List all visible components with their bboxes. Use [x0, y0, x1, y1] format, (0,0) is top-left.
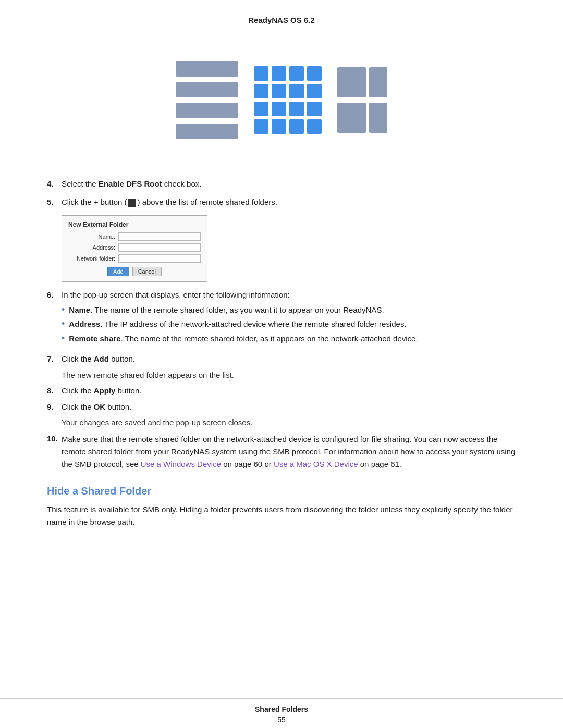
footer-page: 55 [0, 715, 563, 724]
step-4: 4. Select the Enable DFS Root check box. [47, 178, 516, 190]
blue-cell [307, 84, 322, 98]
step-8-num: 8. [47, 385, 62, 397]
step-9-content: Click the OK button. [62, 401, 516, 413]
step-10-num: 10. [47, 433, 62, 471]
dialog-label-networkfolder: Network folder: [68, 255, 115, 262]
dialog-add-button[interactable]: Add [107, 267, 129, 276]
step-5-content: Click the + button () above the list of … [62, 196, 516, 208]
dialog-input-address[interactable] [118, 243, 201, 252]
gray-bar-2 [176, 82, 238, 97]
bullet-name: • Name. The name of the remote shared fo… [62, 304, 516, 316]
gray-bar-4 [176, 124, 238, 139]
step-9-sub: Your changes are saved and the pop-up sc… [62, 417, 516, 429]
bullet-dot-2: • [62, 318, 65, 330]
page-wrapper: ReadyNAS OS 6.2 [47, 0, 516, 560]
blue-cell [307, 119, 322, 134]
right-pair-top [337, 67, 387, 97]
step-7: 7. Click the Add button. [47, 353, 516, 365]
step-7-bold: Add [94, 354, 109, 363]
blue-cell [307, 102, 322, 116]
page-title: ReadyNAS OS 6.2 [248, 16, 315, 24]
step-6: 6. In the pop-up screen that displays, e… [47, 289, 516, 347]
bullet-remoteshare-text: Remote share. The name of the remote sha… [69, 333, 418, 345]
bullet-remoteshare: • Remote share. The name of the remote s… [62, 333, 516, 345]
dialog-field-name: Name: [68, 232, 201, 241]
blue-cell [289, 119, 304, 134]
blue-cell [254, 102, 268, 116]
section-heading: Hide a Shared Folder [47, 485, 516, 497]
link-windows-device[interactable]: Use a Windows Device [141, 460, 221, 468]
dialog-container: New External Folder Name: Address: Netwo… [62, 215, 516, 282]
dialog-input-networkfolder[interactable] [118, 254, 201, 263]
blue-cell [289, 66, 304, 81]
blue-cell [272, 119, 286, 134]
step-9-bold: OK [94, 402, 106, 411]
step-7-sub: The new remote shared folder appears on … [62, 369, 516, 381]
step-4-content: Select the Enable DFS Root check box. [62, 178, 516, 190]
right-block-large-top [337, 67, 366, 97]
dialog-buttons: Add Cancel [68, 267, 201, 276]
step-5: 5. Click the + button () above the list … [47, 196, 516, 208]
step-6-content: In the pop-up screen that displays, ente… [62, 289, 516, 347]
dialog-title: New External Folder [68, 221, 201, 228]
step-4-bold: Enable DFS Root [99, 179, 162, 188]
blue-cell [272, 84, 286, 98]
blue-cell [254, 66, 268, 81]
step-8-bold: Apply [94, 386, 116, 395]
gray-bar-1 [176, 61, 238, 77]
blue-cell [289, 102, 304, 116]
screenshot-area [47, 40, 516, 160]
hide-shared-folder-section: Hide a Shared Folder This feature is ava… [47, 485, 516, 528]
blue-cell [254, 84, 268, 98]
step-7-num: 7. [47, 353, 62, 365]
step-10: 10. Make sure that the remote shared fol… [47, 433, 516, 471]
gray-bar-3 [176, 103, 238, 118]
blue-cell [254, 119, 268, 134]
step-8-content: Click the Apply button. [62, 385, 516, 397]
step-7-content: Click the Add button. [62, 353, 516, 365]
step-9: 9. Click the OK button. [47, 401, 516, 413]
blue-cell [307, 66, 322, 81]
blue-cell [272, 102, 286, 116]
right-pair-bottom [337, 103, 387, 133]
blue-cell [272, 66, 286, 81]
page-footer: Shared Folders 55 [0, 698, 563, 728]
right-block-large-bottom [337, 103, 366, 133]
dialog-input-name[interactable] [118, 232, 201, 241]
dialog-box: New External Folder Name: Address: Netwo… [62, 215, 207, 282]
step-6-num: 6. [47, 289, 62, 347]
step-4-num: 4. [47, 178, 62, 190]
step-5-num: 5. [47, 196, 62, 208]
bullet-address: • Address. The IP address of the network… [62, 318, 516, 330]
step-9-num: 9. [47, 401, 62, 413]
dialog-label-name: Name: [68, 233, 115, 240]
dialog-field-networkfolder: Network folder: [68, 254, 201, 263]
dialog-cancel-button[interactable]: Cancel [132, 267, 162, 276]
bullet-dot-1: • [62, 304, 65, 316]
step-6-intro: In the pop-up screen that displays, ente… [62, 290, 290, 299]
step-8: 8. Click the Apply button. [47, 385, 516, 397]
footer-label: Shared Folders [0, 705, 563, 713]
right-blocks [337, 67, 387, 133]
bullet-name-text: Name. The name of the remote shared fold… [69, 304, 384, 316]
dialog-label-address: Address: [68, 244, 115, 251]
steps-section: 4. Select the Enable DFS Root check box.… [47, 178, 516, 471]
dialog-field-address: Address: [68, 243, 201, 252]
bullet-dot-3: • [62, 333, 65, 344]
step-10-content: Make sure that the remote shared folder … [62, 433, 516, 471]
page-header: ReadyNAS OS 6.2 [47, 16, 516, 24]
section-body: This feature is available for SMB only. … [47, 503, 516, 528]
step-6-bullets: • Name. The name of the remote shared fo… [62, 304, 516, 345]
plus-icon [128, 199, 136, 207]
right-block-small-top [369, 67, 387, 97]
blue-grid [254, 66, 322, 134]
gray-bars [176, 61, 238, 139]
link-macos-device[interactable]: Use a Mac OS X Device [274, 460, 358, 468]
blue-cell [289, 84, 304, 98]
bullet-address-text: Address. The IP address of the network-a… [69, 318, 406, 330]
right-block-small-bottom [369, 103, 387, 133]
screenshot-box [136, 40, 427, 160]
